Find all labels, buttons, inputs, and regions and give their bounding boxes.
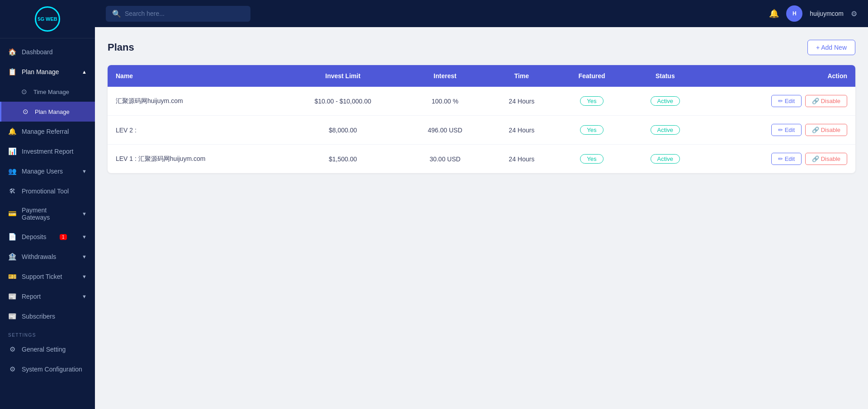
sidebar-item-general-setting[interactable]: ⚙ General Setting [0,339,95,359]
report2-icon: 📰 [8,292,16,301]
ticket-icon: 🎫 [8,273,16,281]
status-badge: Active [651,154,680,164]
subscribers-icon: 📰 [8,312,16,320]
username-label: huijuymcom [810,10,844,17]
payment-icon: 💳 [8,210,16,218]
sidebar: 5G WEB 🏠 Dashboard 📋 Plan Manage ▲ ⊙ Tim… [0,0,95,409]
sidebar-item-withdrawals[interactable]: 🏦 Withdrawals ▼ [0,247,95,267]
cell-status: Active [627,145,703,174]
sidebar-item-label: General Setting [22,346,66,353]
edit-button[interactable]: ✏ Edit [771,124,802,136]
chevron-down-icon: ▼ [82,274,87,279]
report-icon: 📊 [8,147,16,155]
sidebar-item-label: Investment Report [22,148,73,155]
sidebar-nav: 🏠 Dashboard 📋 Plan Manage ▲ ⊙ Time Manag… [0,38,95,409]
plans-table: Name Invest Limit Interest Time Featured… [108,65,855,173]
sidebar-item-label: Payment Gateways [22,207,76,221]
col-invest-limit: Invest Limit [283,65,403,87]
table-body: 汇聚源码网huijuym.com $10.00 - $10,000.00 100… [108,87,855,173]
cell-invest-limit: $10.00 - $10,000.00 [283,87,403,116]
search-box[interactable]: 🔍 [106,6,250,22]
cell-action: ✏ Edit 🔗 Disable [703,116,855,145]
cell-featured: Yes [556,87,627,116]
search-input[interactable] [125,10,244,17]
plans-table-container: Name Invest Limit Interest Time Featured… [108,65,855,173]
disable-button[interactable]: 🔗 Disable [805,153,847,165]
sidebar-item-system-configuration[interactable]: ⚙ System Configuration [0,359,95,379]
cell-interest: 496.00 USD [403,116,487,145]
chevron-down-icon: ▼ [82,169,87,174]
sidebar-item-promotional-tool[interactable]: 🛠 Promotional Tool [0,181,95,201]
avatar[interactable]: H [786,5,802,22]
cell-time: 24 Hours [487,145,556,174]
sidebar-item-payment-gateways[interactable]: 💳 Payment Gateways ▼ [0,201,95,227]
cell-action: ✏ Edit 🔗 Disable [703,87,855,116]
cell-invest-limit: $1,500.00 [283,145,403,174]
sidebar-item-investment-report[interactable]: 📊 Investment Report [0,141,95,161]
sidebar-item-report[interactable]: 📰 Report ▼ [0,287,95,306]
featured-badge: Yes [580,96,603,106]
cell-name: 汇聚源码网huijuym.com [108,87,283,116]
disable-button[interactable]: 🔗 Disable [805,95,847,107]
sidebar-item-manage-referral[interactable]: 🔔 Manage Referral [0,122,95,141]
table-row: LEV 2 : $8,000.00 496.00 USD 24 Hours Ye… [108,116,855,145]
col-action: Action [703,65,855,87]
col-name: Name [108,65,283,87]
sidebar-item-label: Plan Manage [22,68,59,75]
featured-badge: Yes [580,125,603,135]
cell-featured: Yes [556,145,627,174]
sidebar-item-label: System Configuration [22,366,82,373]
cell-time: 24 Hours [487,116,556,145]
add-new-button[interactable]: + Add New [807,40,855,55]
sidebar-item-deposits[interactable]: 📄 Deposits 1 ▼ [0,227,95,247]
cell-status: Active [627,116,703,145]
col-status: Status [627,65,703,87]
table-header-row: Name Invest Limit Interest Time Featured… [108,65,855,87]
topbar-settings-icon[interactable]: ⚙ [851,9,857,18]
table-row: 汇聚源码网huijuym.com $10.00 - $10,000.00 100… [108,87,855,116]
disable-button[interactable]: 🔗 Disable [805,124,847,136]
time-icon: ⊙ [20,88,28,96]
plan-sub-icon: ⊙ [21,108,29,116]
users-icon: 👥 [8,167,16,175]
sidebar-item-label: Support Ticket [22,273,62,280]
sidebar-item-label: Plan Manage [35,108,70,115]
sidebar-item-label: Report [22,293,41,300]
chevron-down-icon: ▼ [82,294,87,299]
sidebar-item-label: Deposits [22,233,46,240]
sidebar-item-support-ticket[interactable]: 🎫 Support Ticket ▼ [0,267,95,287]
sidebar-item-subscribers[interactable]: 📰 Subscribers [0,306,95,326]
col-interest: Interest [403,65,487,87]
edit-button[interactable]: ✏ Edit [771,153,802,165]
table-row: LEV 1 : 汇聚源码网huijuym.com $1,500.00 30.00… [108,145,855,174]
page-title: Plans [108,42,134,53]
sidebar-item-dashboard[interactable]: 🏠 Dashboard [0,42,95,62]
promo-icon: 🛠 [8,187,16,195]
cell-interest: 30.00 USD [403,145,487,174]
notification-icon[interactable]: 🔔 [769,9,779,19]
cell-invest-limit: $8,000.00 [283,116,403,145]
topbar: 🔍 🔔 H huijuymcom ⚙ [95,0,868,27]
chevron-up-icon: ▲ [82,69,87,75]
page-header: Plans + Add New [108,40,855,55]
deposits-badge: 1 [60,234,67,240]
sidebar-item-label: Subscribers [22,313,55,320]
page-content: Plans + Add New Name Invest Limit Intere… [95,27,868,409]
sidebar-item-label: Promotional Tool [22,188,69,195]
edit-button[interactable]: ✏ Edit [771,95,802,107]
plan-icon: 📋 [8,68,16,76]
cell-time: 24 Hours [487,87,556,116]
gear2-icon: ⚙ [8,365,16,373]
sidebar-item-time-manage[interactable]: ⊙ Time Manage [0,82,95,102]
cell-name: LEV 1 : 汇聚源码网huijuym.com [108,145,283,174]
cell-action: ✏ Edit 🔗 Disable [703,145,855,174]
chevron-down-icon: ▼ [82,254,87,259]
sidebar-item-label: Dashboard [22,48,53,56]
sidebar-item-label: Withdrawals [22,253,56,260]
sidebar-item-plan-manage-sub[interactable]: ⊙ Plan Manage [0,102,95,122]
gear-icon: ⚙ [8,345,16,353]
sidebar-item-manage-users[interactable]: 👥 Manage Users ▼ [0,161,95,181]
sidebar-logo: 5G WEB [0,0,95,38]
referral-icon: 🔔 [8,127,16,136]
sidebar-item-plan-manage[interactable]: 📋 Plan Manage ▲ [0,62,95,82]
